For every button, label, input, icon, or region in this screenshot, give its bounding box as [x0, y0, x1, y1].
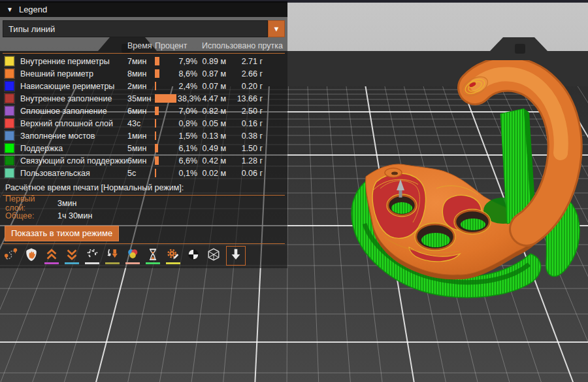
- tool-changes-button[interactable]: [105, 247, 120, 264]
- shells-button[interactable]: [206, 247, 221, 264]
- percent-bar: [155, 169, 156, 177]
- percent-bar: [155, 69, 159, 78]
- view-type-dropdown[interactable]: Типы линий ▼: [3, 20, 285, 37]
- table-row: Верхний сплошной слой 43с 0,8% 0.05 м 0.…: [0, 117, 287, 130]
- color-swatch: [5, 94, 14, 103]
- percent-bar: [155, 119, 156, 128]
- legend-arrow-icon: [228, 247, 244, 262]
- color-changes-button[interactable]: [125, 247, 140, 264]
- percent-bar: [155, 144, 158, 152]
- table-row: Сплошное заполнение 6мин 7,0% 0.82 м 2.5…: [0, 105, 287, 117]
- color-swatch: [5, 81, 14, 91]
- first-layer-time: Первый слой: 3мин: [0, 197, 287, 209]
- seams-button[interactable]: [84, 247, 100, 264]
- center-of-mass-icon: [186, 247, 201, 262]
- color-swatch: [5, 56, 14, 66]
- percent-bar: [155, 57, 159, 65]
- column-header-percent: Процент: [155, 41, 198, 50]
- color-swatch: [5, 143, 14, 153]
- table-row: Связующий слой поддержки 6мин 6,6% 0.42 …: [0, 154, 287, 167]
- legend-toggle-button[interactable]: [226, 246, 246, 266]
- percent-bar: [155, 94, 176, 103]
- table-row: Нависающие периметры 2мин 2,4% 0.07 м 0.…: [0, 80, 287, 92]
- table-row: Внутренние периметры 7мин 7,9% 0.89 м 2.…: [0, 55, 287, 67]
- percent-bar: [155, 131, 156, 140]
- collapse-triangle-icon[interactable]: ▼: [7, 6, 13, 13]
- color-swatch: [5, 156, 14, 165]
- legend-toolbar: [3, 247, 287, 266]
- custom-gcodes-button[interactable]: [165, 247, 181, 264]
- wipe-icon: [24, 247, 39, 262]
- table-row: Внутреннее заполнение 35мин 38,3% 4.47 м…: [0, 92, 287, 105]
- separator: [3, 243, 285, 244]
- table-row: Поддержка 5мин 6,1% 0.49 м 1.50 г: [0, 142, 287, 154]
- dropdown-value[interactable]: Типы линий: [3, 20, 268, 37]
- retractions-icon: [44, 247, 59, 262]
- total-time: Общее: 1ч 30мин: [0, 209, 287, 222]
- pause-hourglass-icon: [145, 247, 161, 262]
- legend-panel: ▼ Legend Типы линий ▼ Время Процент Испо…: [0, 1, 287, 268]
- seams-icon: [84, 247, 100, 262]
- wipe-button[interactable]: [24, 247, 39, 264]
- percent-bar: [155, 156, 159, 165]
- sliced-model-preview[interactable]: [338, 60, 588, 301]
- legend-title: Legend: [19, 5, 47, 14]
- retractions-button[interactable]: [44, 247, 59, 264]
- estimate-heading: Расчётное время печати [Нормальный режим…: [0, 179, 287, 194]
- color-changes-icon: [125, 247, 140, 262]
- color-swatch: [5, 69, 14, 78]
- shells-cube-icon: [206, 247, 221, 262]
- percent-bar: [155, 107, 159, 115]
- table-column-headers: Время Процент Использовано прутка: [0, 39, 287, 52]
- legend-header[interactable]: ▼ Legend: [0, 1, 287, 17]
- deretractions-icon: [64, 247, 80, 262]
- pause-prints-button[interactable]: [145, 247, 161, 264]
- color-swatch: [5, 168, 14, 178]
- dropdown-arrow-button[interactable]: ▼: [268, 20, 285, 37]
- center-of-mass-button[interactable]: [186, 247, 201, 264]
- custom-gcode-gear-pencil-icon: [165, 247, 181, 262]
- column-header-time: Время: [127, 41, 155, 50]
- percent-bar: [155, 82, 156, 90]
- travels-icon: [3, 247, 19, 262]
- show-stealth-mode-button[interactable]: Показать в тихом режиме: [5, 226, 119, 241]
- column-header-filament: Использовано прутка: [202, 41, 287, 50]
- color-swatch: [5, 118, 14, 128]
- color-swatch: [5, 106, 14, 116]
- chevron-down-icon: ▼: [273, 25, 280, 33]
- deretractions-button[interactable]: [64, 247, 80, 264]
- table-row: Заполнение мостов 1мин 1,5% 0.13 м 0.38 …: [0, 130, 287, 142]
- color-swatch: [5, 131, 14, 141]
- table-row: Внешний периметр 8мин 8,6% 0.87 м 2.66 г: [0, 67, 287, 80]
- tool-changes-icon: [105, 247, 120, 262]
- table-row: Пользовательская 5с 0,1% 0.02 м 0.06 г: [0, 167, 287, 179]
- travels-button[interactable]: [3, 247, 19, 264]
- separator: [3, 53, 285, 54]
